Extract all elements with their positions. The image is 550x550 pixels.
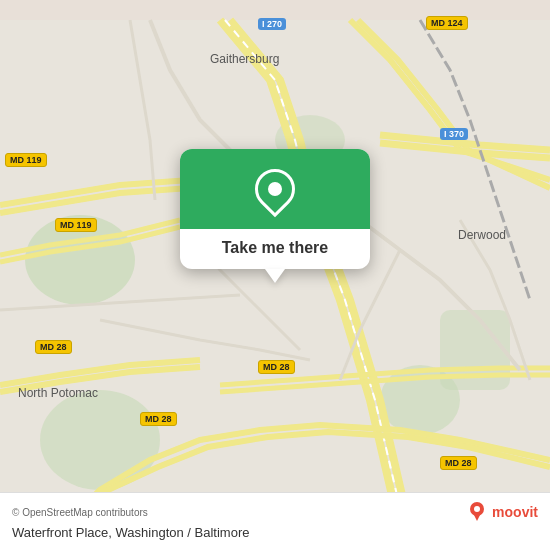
- take-me-there-button[interactable]: Take me there: [222, 239, 328, 256]
- copyright-text: © OpenStreetMap contributors: [12, 507, 148, 518]
- city-label-north-potomac: North Potomac: [18, 386, 98, 400]
- svg-marker-7: [473, 513, 481, 521]
- label-md124-top: MD 124: [426, 16, 468, 30]
- popup-header: [180, 149, 370, 229]
- bottom-bar: © OpenStreetMap contributors moovit Wate…: [0, 492, 550, 550]
- label-md28-mid: MD 28: [258, 360, 295, 374]
- label-md119-left: MD 119: [5, 153, 47, 167]
- svg-point-8: [474, 506, 480, 512]
- city-label-gaithersburg: Gaithersburg: [210, 52, 279, 66]
- city-label-derwood: Derwood: [458, 228, 506, 242]
- label-md28-left: MD 28: [35, 340, 72, 354]
- label-md119-mid: MD 119: [55, 218, 97, 232]
- moovit-icon: [466, 501, 488, 523]
- moovit-logo: moovit: [466, 501, 538, 523]
- label-md28-right: MD 28: [440, 456, 477, 470]
- location-pin-icon: [247, 161, 304, 218]
- label-i370: I 370: [440, 128, 468, 140]
- location-popup: Take me there: [180, 149, 370, 269]
- moovit-text: moovit: [492, 504, 538, 520]
- label-i270: I 270: [258, 18, 286, 30]
- map-container: I 270 MD 124 MD 119 MD 119 MD 28 MD 28 M…: [0, 0, 550, 550]
- location-name: Waterfront Place, Washington / Baltimore: [12, 525, 538, 540]
- popup-body: Take me there: [180, 229, 370, 269]
- label-md28-bottom: MD 28: [140, 412, 177, 426]
